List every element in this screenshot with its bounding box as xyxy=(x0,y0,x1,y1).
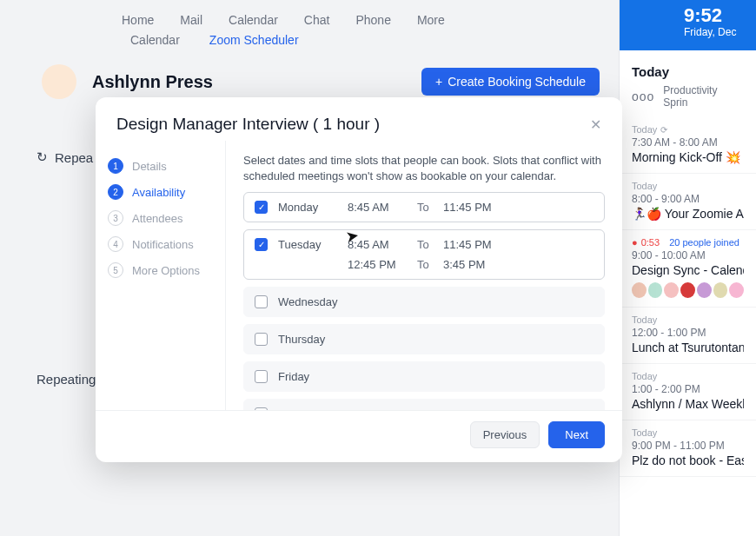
day-label: Monday xyxy=(278,201,348,214)
event-time: 12:00 - 1:00 PM xyxy=(632,327,744,339)
slot-to: To xyxy=(417,258,443,271)
event-time: 9:00 PM - 11:00 PM xyxy=(632,440,744,452)
previous-button[interactable]: Previous xyxy=(470,421,540,448)
create-booking-button[interactable]: + Create Booking Schedule xyxy=(421,68,600,96)
modal-header: Design Manager Interview ( 1 hour ) ✕ xyxy=(96,97,622,141)
step-more-options[interactable]: 5More Options xyxy=(108,257,225,283)
day-row-monday[interactable]: Monday 8:45 AM To 11:45 PM xyxy=(243,192,605,222)
checkbox-friday[interactable] xyxy=(255,370,268,383)
modal-footer: Previous Next xyxy=(96,410,622,462)
day-row-saturday[interactable]: Saturday xyxy=(243,399,605,410)
chip-row[interactable]: ooo Productivity Sprin xyxy=(620,84,756,117)
checkbox-tuesday[interactable] xyxy=(255,238,268,251)
next-button[interactable]: Next xyxy=(548,421,605,448)
clock-date: Friday, Dec xyxy=(684,26,756,38)
sub-nav: Calendar Zoom Scheduler xyxy=(130,23,299,57)
slot-end[interactable]: 11:45 PM xyxy=(443,201,513,214)
close-icon: ✕ xyxy=(590,117,601,132)
create-booking-label: Create Booking Schedule xyxy=(448,75,586,89)
clock-time: 9:52 xyxy=(684,5,756,26)
steps-sidebar: 1Details 2Availability 3Attendees 4Notif… xyxy=(96,141,226,410)
day-label: Thursday xyxy=(278,333,348,346)
slot-to: To xyxy=(417,238,443,251)
event-item[interactable]: Today 8:00 - 9:00 AM 🏃🏽‍♀️🍎 Your Zoomie … xyxy=(620,174,756,230)
event-time: 1:00 - 2:00 PM xyxy=(632,383,744,395)
checkbox-wednesday[interactable] xyxy=(255,295,268,308)
bg-repeating-label: ↻ Repea xyxy=(36,149,93,165)
event-item[interactable]: Today 1:00 - 2:00 PM Ashlynn / Max Weekl… xyxy=(620,364,756,420)
plus-icon: + xyxy=(435,75,442,89)
tab-scheduler[interactable]: Zoom Scheduler xyxy=(209,33,299,47)
event-title: Ashlynn / Max Weekly xyxy=(632,397,744,411)
day-row-wednesday[interactable]: Wednesday xyxy=(243,287,605,317)
nav-phone[interactable]: Phone xyxy=(355,8,390,32)
dots-icon: ooo xyxy=(632,89,654,103)
checkbox-thursday[interactable] xyxy=(255,333,268,346)
day-rows: Monday 8:45 AM To 11:45 PM Tuesday 8:45 … xyxy=(243,192,605,410)
close-button[interactable]: ✕ xyxy=(590,116,601,133)
slot-to: To xyxy=(417,201,443,214)
modal-title: Design Manager Interview ( 1 hour ) xyxy=(116,115,380,134)
event-title: Plz do not book - East xyxy=(632,453,744,467)
event-title: Lunch at Tsurutontan xyxy=(632,341,744,354)
step-availability[interactable]: 2Availability xyxy=(108,179,225,205)
step-details[interactable]: 1Details xyxy=(108,153,225,179)
event-time: 7:30 AM - 8:00 AM xyxy=(632,136,744,149)
step-notifications[interactable]: 4Notifications xyxy=(108,231,225,257)
event-title: Design Sync - Calenda xyxy=(632,263,744,277)
event-item[interactable]: ●0:53 20 people joined 9:00 - 10:00 AM D… xyxy=(620,230,756,308)
clock-card: 9:52 Friday, Dec xyxy=(620,0,756,50)
slot-start[interactable]: 8:45 AM xyxy=(348,201,417,214)
bg-repeating-label-2: Repeating xyxy=(36,372,96,387)
refresh-icon: ⟳ xyxy=(660,125,667,135)
checkbox-monday[interactable] xyxy=(255,201,268,214)
repeat-icon: ↻ xyxy=(36,149,48,165)
day-row-friday[interactable]: Friday xyxy=(243,361,605,392)
right-sidebar: 9:52 Friday, Dec Today ooo Productivity … xyxy=(619,0,756,536)
chip-label: Productivity Sprin xyxy=(663,84,744,109)
nav-chat[interactable]: Chat xyxy=(304,8,330,32)
modal-content: Select dates and time slots that people … xyxy=(226,141,622,410)
day-label: Friday xyxy=(278,370,348,383)
step-attendees[interactable]: 3Attendees xyxy=(108,205,225,231)
event-item[interactable]: Today 9:00 PM - 11:00 PM Plz do not book… xyxy=(620,420,756,477)
tab-calendar[interactable]: Calendar xyxy=(130,33,180,47)
nav-more[interactable]: More xyxy=(417,8,445,32)
slot-start[interactable]: 12:45 PM xyxy=(348,258,417,271)
day-label: Wednesday xyxy=(278,295,348,308)
day-label: Tuesday xyxy=(278,238,348,251)
event-item[interactable]: Today 12:00 - 1:00 PM Lunch at Tsurutont… xyxy=(620,308,756,364)
event-time: 9:00 - 10:00 AM xyxy=(632,249,744,261)
event-title: Morning Kick-Off 💥 xyxy=(632,150,744,164)
event-item[interactable]: Today⟳ 7:30 AM - 8:00 AM Morning Kick-Of… xyxy=(620,117,756,174)
instructions-text: Select dates and time slots that people … xyxy=(243,153,605,183)
event-time: 8:00 - 9:00 AM xyxy=(632,193,744,205)
slot-end[interactable]: 3:45 PM xyxy=(443,258,513,271)
avatar xyxy=(42,64,76,99)
booking-modal: Design Manager Interview ( 1 hour ) ✕ 1D… xyxy=(96,97,622,462)
slot-start[interactable]: 8:45 AM xyxy=(348,238,417,251)
record-icon: ● xyxy=(632,237,638,248)
today-heading: Today xyxy=(620,50,756,84)
day-row-tuesday[interactable]: Tuesday 8:45 AM To 11:45 PM 12:45 PM To … xyxy=(243,229,605,280)
profile-name: Ashlynn Press xyxy=(92,72,213,92)
event-title: 🏃🏽‍♀️🍎 Your Zoomie All H xyxy=(632,207,744,221)
slot-end[interactable]: 11:45 PM xyxy=(443,238,513,251)
avatar-strip xyxy=(632,282,744,298)
day-row-thursday[interactable]: Thursday xyxy=(243,324,605,354)
profile-row: Ashlynn Press + Create Booking Schedule xyxy=(42,64,600,99)
